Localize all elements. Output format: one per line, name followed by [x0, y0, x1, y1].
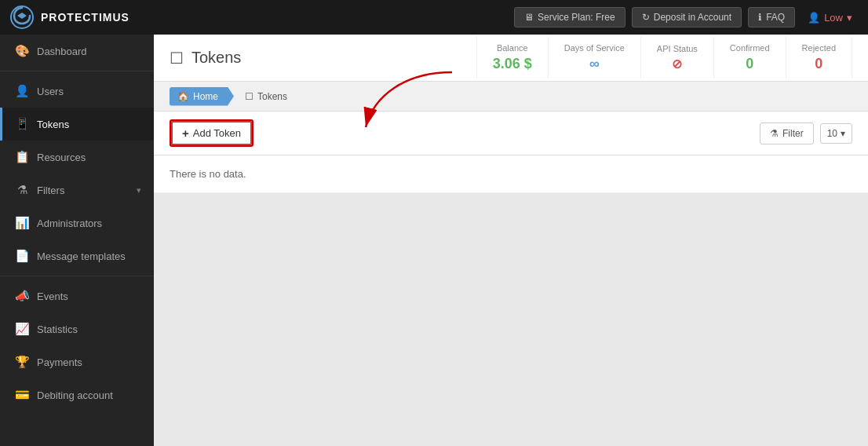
- stat-rejected-value: 0: [802, 56, 836, 72]
- resources-icon: 📋: [15, 150, 29, 164]
- faq-label: FAQ: [766, 12, 785, 23]
- filters-icon: ⚗: [15, 183, 29, 197]
- sidebar-item-resources[interactable]: 📋 Resources: [0, 141, 154, 174]
- sidebar-item-label: Resources: [37, 152, 86, 163]
- sidebar-item-tokens[interactable]: 📱 Tokens: [0, 108, 154, 141]
- sidebar-item-payments[interactable]: 🏆 Payments: [0, 345, 154, 378]
- sidebar-item-dashboard[interactable]: 🎨 Dashboard: [0, 35, 154, 68]
- per-page-value: 10: [827, 128, 837, 139]
- users-icon: 👤: [15, 84, 29, 98]
- stat-balance: Balance 3.06 $: [477, 37, 549, 79]
- page-title: Tokens: [191, 49, 241, 67]
- deposit-label: Deposit in Account: [654, 12, 731, 23]
- page-header: ☐ Tokens Balance 3.06 $ Days of Service …: [154, 35, 868, 82]
- events-icon: 📣: [15, 289, 29, 303]
- toolbar-right: ⚗ Filter 10 ▾: [760, 122, 852, 144]
- toolbar-wrapper: + Add Token ⚗ Filter 10 ▾: [154, 112, 868, 155]
- breadcrumb-bar: 🏠 Home ☐ Tokens: [154, 82, 868, 112]
- home-icon: 🏠: [177, 91, 189, 102]
- sidebar-item-debiting-account[interactable]: 💳 Debiting account: [0, 378, 154, 411]
- sidebar-item-administrators[interactable]: 📊 Administrators: [0, 207, 154, 239]
- sidebar-item-label: Users: [37, 86, 64, 97]
- dashboard-icon: 🎨: [15, 44, 29, 58]
- sidebar-item-label: Filters: [37, 185, 64, 196]
- debiting-account-icon: 💳: [15, 388, 29, 402]
- sidebar-item-label: Message templates: [37, 250, 126, 262]
- sidebar-item-statistics[interactable]: 📈 Statistics: [0, 313, 154, 345]
- user-icon: 👤: [808, 12, 820, 24]
- payments-icon: 🏆: [15, 355, 29, 369]
- add-token-label: Add Token: [193, 127, 241, 139]
- user-dropdown-icon: ▾: [847, 12, 852, 24]
- per-page-dropdown-icon: ▾: [841, 128, 845, 139]
- sidebar-item-label: Debiting account: [37, 389, 113, 401]
- main-layout: 🎨 Dashboard 👤 Users 📱 Tokens 📋 Resources…: [0, 35, 868, 446]
- sidebar-item-label: Events: [37, 291, 68, 302]
- add-icon: +: [182, 126, 189, 140]
- user-menu[interactable]: 👤 Low ▾: [801, 8, 859, 27]
- service-plan-icon: 🖥: [524, 12, 534, 23]
- sidebar-divider-2: [0, 276, 154, 276]
- stat-days: Days of Service ∞: [549, 37, 641, 79]
- brand-name: PROTECTIMUS: [41, 11, 129, 24]
- page-title-section: ☐ Tokens: [170, 49, 241, 68]
- stat-confirmed: Confirmed 0: [714, 37, 786, 79]
- breadcrumb-home-label: Home: [193, 91, 218, 102]
- service-plan-button[interactable]: 🖥 Service Plan: Free: [514, 7, 625, 27]
- no-data-message: There is no data.: [154, 155, 868, 193]
- navbar: PROTECTIMUS 🖥 Service Plan: Free ↻ Depos…: [0, 0, 868, 35]
- per-page-select[interactable]: 10 ▾: [820, 123, 852, 144]
- sidebar-item-label: Payments: [37, 356, 82, 368]
- stat-balance-label: Balance: [493, 43, 532, 53]
- filter-button[interactable]: ⚗ Filter: [760, 122, 814, 144]
- add-token-button[interactable]: + Add Token: [170, 119, 253, 147]
- brand: PROTECTIMUS: [9, 5, 129, 30]
- stat-balance-value: 3.06 $: [493, 56, 532, 72]
- breadcrumb-current: ☐ Tokens: [237, 87, 295, 106]
- faq-icon: ℹ: [758, 12, 762, 23]
- user-name: Low: [824, 12, 843, 24]
- filter-icon: ⚗: [770, 128, 779, 139]
- stat-days-label: Days of Service: [564, 43, 625, 53]
- filter-label: Filter: [782, 128, 804, 139]
- stat-api: API Status ⊘: [641, 37, 714, 79]
- stat-days-value: ∞: [564, 56, 625, 72]
- deposit-button[interactable]: ↻ Deposit in Account: [632, 7, 742, 27]
- sidebar-item-label: Administrators: [37, 218, 102, 229]
- sidebar-divider-1: [0, 71, 154, 71]
- administrators-icon: 📊: [15, 216, 29, 230]
- page-title-icon: ☐: [170, 49, 184, 68]
- service-plan-label: Service Plan: Free: [538, 12, 615, 23]
- breadcrumb-home[interactable]: 🏠 Home: [170, 87, 234, 106]
- stat-api-label: API Status: [657, 44, 698, 53]
- sidebar-item-users[interactable]: 👤 Users: [0, 75, 154, 108]
- sidebar-item-message-templates[interactable]: 📄 Message templates: [0, 239, 154, 272]
- stat-api-value: ⊘: [657, 57, 698, 71]
- stat-confirmed-label: Confirmed: [730, 43, 770, 53]
- sidebar: 🎨 Dashboard 👤 Users 📱 Tokens 📋 Resources…: [0, 35, 154, 446]
- tokens-icon: 📱: [15, 117, 29, 131]
- deposit-icon: ↻: [642, 12, 650, 23]
- message-templates-icon: 📄: [15, 249, 29, 263]
- breadcrumb-current-label: Tokens: [257, 91, 287, 102]
- faq-button[interactable]: ℹ FAQ: [748, 7, 795, 27]
- content: ☐ Tokens Balance 3.06 $ Days of Service …: [154, 35, 868, 446]
- toolbar: + Add Token ⚗ Filter 10 ▾: [154, 112, 868, 155]
- navbar-actions: 🖥 Service Plan: Free ↻ Deposit in Accoun…: [514, 7, 859, 27]
- sidebar-item-label: Tokens: [37, 119, 69, 130]
- sidebar-item-events[interactable]: 📣 Events: [0, 280, 154, 313]
- breadcrumb-token-icon: ☐: [245, 91, 253, 102]
- stat-rejected-label: Rejected: [802, 43, 836, 53]
- sidebar-item-filters[interactable]: ⚗ Filters: [0, 174, 154, 207]
- stat-confirmed-value: 0: [730, 56, 770, 72]
- brand-logo: [9, 5, 35, 30]
- stat-rejected: Rejected 0: [786, 37, 852, 79]
- sidebar-item-label: Statistics: [37, 324, 78, 335]
- table-area: There is no data.: [154, 155, 868, 446]
- statistics-icon: 📈: [15, 322, 29, 336]
- sidebar-item-label: Dashboard: [37, 46, 87, 57]
- header-stats: Balance 3.06 $ Days of Service ∞ API Sta…: [476, 37, 852, 79]
